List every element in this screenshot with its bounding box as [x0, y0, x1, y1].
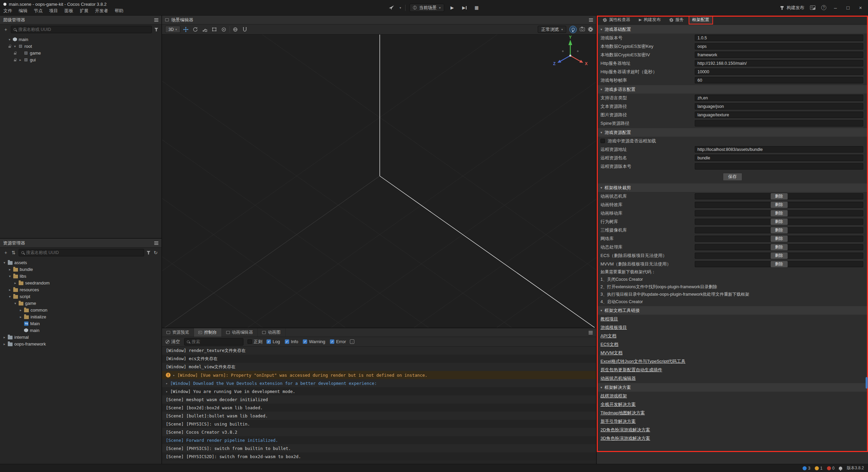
property-input[interactable] [695, 95, 863, 101]
property-input[interactable] [695, 155, 863, 161]
hierarchy-search-input[interactable] [18, 27, 149, 32]
expand-arrow-icon[interactable]: ▸ [166, 381, 168, 385]
section-language-config[interactable]: ▾ 游戏多语言配置 [597, 85, 868, 94]
log-row[interactable]: [Scene] [PHYSICS]: using builtin. [162, 420, 596, 428]
property-input[interactable] [695, 60, 863, 66]
info-count[interactable]: 3 [803, 466, 810, 471]
expand-arrow-icon[interactable]: ▸ [173, 373, 175, 377]
log-row[interactable]: [Window] render_texture文件夹存在 [162, 347, 596, 355]
log-row[interactable]: [Scene] meshopt wasm decoder initialized [162, 395, 596, 404]
asset-node-row[interactable]: ▸ resources [0, 286, 161, 293]
filter-checkbox[interactable] [330, 339, 334, 344]
asset-node-row[interactable]: ▸ bundle [0, 266, 161, 273]
delete-module-button[interactable]: 删除 [771, 227, 788, 233]
refresh-icon[interactable]: ↻ [153, 250, 158, 255]
gear-icon[interactable] [588, 27, 593, 32]
delete-module-button[interactable]: 删除 [771, 193, 788, 199]
section-doc-links[interactable]: ▾ 框架文档工具链接 [597, 306, 868, 315]
log-row[interactable]: [Window] model_view文件夹存在 [162, 363, 596, 371]
auto-scroll-icon[interactable] [350, 339, 354, 344]
property-input[interactable] [695, 120, 863, 126]
warning-count[interactable]: 1 [815, 466, 823, 471]
assets-search-input[interactable] [26, 250, 141, 255]
lock-icon[interactable] [3, 36, 6, 43]
step-button[interactable]: ▶ [460, 4, 469, 12]
tab-animation-graph[interactable]: 动画图 [258, 328, 285, 337]
chevron-down-icon[interactable]: ▾ [399, 6, 401, 9]
add-node-button[interactable]: + [3, 27, 8, 32]
expand-arrow-icon[interactable]: ▸ [8, 288, 12, 292]
scene-viewport[interactable]: Y X Z [162, 35, 596, 328]
log-row[interactable]: ! ▸ [Window] [Vue warn]: Property "onInp… [162, 371, 596, 379]
tab-build-publish[interactable]: 构建发布 [635, 16, 665, 24]
doc-link[interactable]: ECS文档 [600, 341, 618, 348]
section-basic-config[interactable]: ▾ 游戏基础配置 [597, 25, 868, 34]
expand-arrow-icon[interactable]: ▸ [8, 268, 12, 271]
solution-link[interactable]: Tiledmap地图解决方案 [600, 410, 645, 416]
log-filter[interactable]: Error [330, 339, 346, 344]
doc-link[interactable]: Excel格式转Json文件与TypeScript代码工具 [600, 358, 686, 365]
property-input[interactable] [695, 52, 863, 58]
console-search-input[interactable] [192, 339, 241, 344]
section-resource-config[interactable]: ▾ 游戏资源配置 [597, 128, 868, 137]
bell-icon[interactable] [839, 467, 842, 470]
expand-arrow-icon[interactable]: ▾ [3, 261, 6, 264]
log-row[interactable]: [Scene] Cocos Creator v3.8.2 [162, 428, 596, 436]
expand-arrow-icon[interactable]: ▸ [3, 342, 6, 346]
property-input[interactable] [695, 68, 863, 75]
solution-link[interactable]: 全栈开发解决方案 [600, 401, 636, 408]
expand-arrow-icon[interactable]: ▾ [14, 301, 17, 305]
log-row[interactable]: ▸ [Window] Download the Vue Devtools ext… [162, 379, 596, 387]
play-button[interactable]: ▶ [448, 4, 456, 12]
expand-arrow-icon[interactable]: ▸ [19, 58, 22, 62]
filter-checkbox[interactable] [303, 339, 307, 344]
doc-link[interactable]: API文档 [600, 333, 616, 339]
menu-item[interactable]: 帮助 [115, 8, 123, 14]
doc-link[interactable]: 原生包热更新配置自动生成插件 [600, 367, 662, 373]
expand-arrow-icon[interactable]: ▸ [166, 390, 168, 393]
asset-node-row[interactable]: ▸ seedrandom [0, 279, 161, 286]
expand-arrow-icon[interactable]: ▸ [14, 281, 17, 285]
expand-arrow-icon[interactable]: ▾ [8, 38, 11, 41]
delete-module-button[interactable]: 删除 [771, 202, 788, 208]
pivot-tool-icon[interactable] [220, 25, 228, 33]
tab-animation-editor[interactable]: 动画编辑器 [222, 328, 258, 337]
tab-console[interactable]: 控制台 [194, 328, 222, 337]
menu-item[interactable]: 扩展 [80, 8, 88, 14]
log-row[interactable]: [Scene] [box2d]:box2d wasm lib loaded. [162, 404, 596, 412]
hierarchy-node-row[interactable]: ▸ gui [0, 56, 161, 63]
doc-link[interactable]: MVVM文档 [600, 350, 623, 356]
asset-node-row[interactable]: ▾ assets [0, 259, 161, 266]
share-icon[interactable] [387, 4, 395, 12]
view-mode-select[interactable]: 正常浏览 ▾ [538, 26, 566, 33]
doc-link[interactable]: 动画状态机编辑器 [600, 375, 636, 381]
property-input[interactable] [695, 35, 863, 41]
asset-node-row[interactable]: Main [0, 320, 161, 327]
layout-grid-icon[interactable]: ▦ [473, 4, 481, 12]
lock-icon[interactable] [8, 43, 12, 50]
asset-node-row[interactable]: ▸ initialize [0, 313, 161, 320]
filter-checkbox[interactable] [285, 339, 289, 344]
clear-button[interactable]: 清空 [165, 339, 180, 345]
doc-link[interactable]: 游戏模板项目 [600, 324, 627, 331]
error-count[interactable]: 0 [827, 466, 835, 471]
menu-item[interactable]: 面板 [64, 8, 73, 14]
axis-gizmo[interactable]: Y X Z [547, 35, 594, 76]
assets-search[interactable] [19, 249, 144, 256]
panel-menu-icon[interactable] [154, 20, 158, 20]
solution-link[interactable]: 战棋游戏框架 [600, 393, 627, 399]
log-row[interactable]: ▸ [Window] You are running Vue in develo… [162, 387, 596, 395]
expand-arrow-icon[interactable]: ▾ [8, 295, 12, 298]
menu-item[interactable]: 项目 [49, 8, 58, 14]
remote-load-checkbox[interactable] [600, 139, 605, 143]
delete-module-button[interactable]: 删除 [771, 253, 788, 259]
expand-arrow-icon[interactable]: ▾ [8, 274, 12, 278]
tab-framework-config[interactable]: 框架配置 [689, 16, 713, 24]
delete-module-button[interactable]: 删除 [771, 219, 788, 225]
menu-item[interactable]: 文件 [3, 8, 12, 14]
menu-item[interactable]: 编辑 [19, 8, 27, 14]
minimize-button[interactable]: – [832, 5, 839, 11]
log-row[interactable]: [Scene] [PHYSICS2D]: switch from box2d-w… [162, 452, 596, 460]
log-filter[interactable]: Warning [303, 339, 325, 344]
help-icon[interactable] [821, 5, 826, 10]
